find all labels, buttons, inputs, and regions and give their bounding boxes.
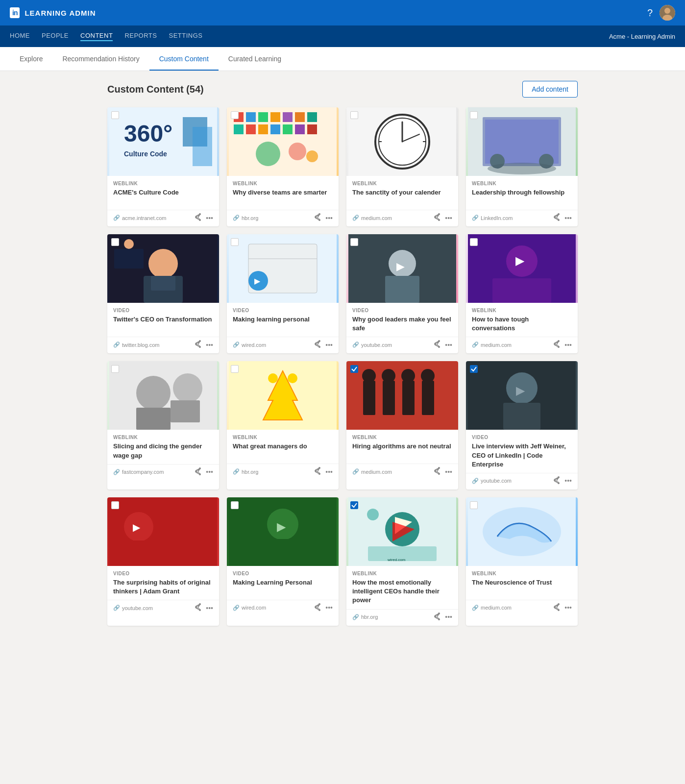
more-icon[interactable]: ••• bbox=[445, 214, 452, 222]
card-body: WEBLINK Leadership through fellowship bbox=[466, 176, 578, 210]
share-icon[interactable] bbox=[194, 340, 202, 349]
link-icon: 🔗 bbox=[352, 342, 359, 348]
card-checkbox[interactable] bbox=[350, 111, 358, 119]
tab-custom-content[interactable]: Custom Content bbox=[149, 47, 219, 71]
card-checkbox[interactable] bbox=[231, 501, 239, 509]
more-icon[interactable]: ••• bbox=[325, 214, 333, 222]
link-icon: 🔗 bbox=[233, 342, 240, 348]
svg-point-145 bbox=[558, 603, 560, 605]
card-checkbox[interactable] bbox=[470, 238, 478, 246]
svg-point-31 bbox=[318, 219, 320, 221]
domain-text: hbr.org bbox=[242, 469, 258, 475]
share-icon[interactable] bbox=[194, 603, 202, 612]
add-content-button[interactable]: Add content bbox=[522, 81, 578, 98]
share-icon[interactable] bbox=[433, 612, 441, 622]
share-icon[interactable] bbox=[553, 603, 561, 612]
link-icon: 🔗 bbox=[233, 215, 240, 221]
more-icon[interactable]: ••• bbox=[564, 477, 572, 485]
card-title: The sanctity of your calender bbox=[352, 188, 452, 206]
share-icon[interactable] bbox=[553, 213, 561, 222]
share-icon[interactable] bbox=[433, 467, 441, 476]
svg-point-96 bbox=[288, 373, 297, 383]
more-icon[interactable]: ••• bbox=[206, 214, 213, 222]
share-icon[interactable] bbox=[314, 603, 321, 612]
domain-text: wired.com bbox=[242, 605, 266, 611]
card-checkbox[interactable] bbox=[231, 238, 239, 246]
svg-point-125 bbox=[199, 609, 201, 611]
tab-curated-learning[interactable]: Curated Learning bbox=[219, 47, 291, 71]
card-body: VIDEO Making Learning Personal bbox=[227, 566, 339, 600]
more-icon[interactable]: ••• bbox=[206, 468, 213, 476]
card-title: Hiring algorithms are not neutral bbox=[352, 442, 452, 460]
share-icon[interactable] bbox=[553, 476, 561, 486]
more-icon[interactable]: ••• bbox=[325, 468, 333, 476]
more-icon[interactable]: ••• bbox=[564, 604, 572, 612]
share-icon[interactable] bbox=[314, 340, 321, 349]
more-icon[interactable]: ••• bbox=[206, 604, 213, 612]
card-actions: ••• bbox=[433, 612, 452, 622]
card-checkbox[interactable] bbox=[111, 365, 119, 373]
card-checkbox[interactable] bbox=[231, 365, 239, 373]
link-icon: 🔗 bbox=[113, 469, 120, 475]
tab-recommendation-history[interactable]: Recommendation History bbox=[52, 47, 149, 71]
card-domain: 🔗 twitter.blog.com bbox=[113, 342, 159, 348]
svg-rect-107 bbox=[422, 381, 434, 415]
more-icon[interactable]: ••• bbox=[445, 613, 452, 621]
card-checkbox[interactable] bbox=[470, 365, 478, 373]
link-icon: 🔗 bbox=[472, 215, 479, 221]
card-title: Making Learning Personal bbox=[233, 578, 333, 596]
nav-content[interactable]: CONTENT bbox=[80, 32, 113, 41]
card-type: VIDEO bbox=[113, 308, 213, 313]
svg-point-70 bbox=[318, 346, 320, 348]
content-card: WEBLINK The Neuroscience of Trust 🔗 medi… bbox=[466, 497, 578, 626]
card-checkbox[interactable] bbox=[350, 238, 358, 246]
card-type: WEBLINK bbox=[352, 571, 452, 576]
avatar[interactable] bbox=[660, 5, 675, 21]
card-checkbox[interactable] bbox=[350, 501, 358, 509]
card-body: WEBLINK Hiring algorithms are not neutra… bbox=[346, 430, 458, 464]
nav-settings[interactable]: SETTINGS bbox=[169, 32, 202, 41]
share-icon[interactable] bbox=[314, 213, 321, 222]
help-icon[interactable]: ? bbox=[647, 7, 653, 19]
svg-point-130 bbox=[318, 603, 320, 605]
domain-text: twitter.blog.com bbox=[122, 342, 159, 348]
svg-rect-23 bbox=[307, 112, 317, 122]
share-icon[interactable] bbox=[433, 213, 441, 222]
card-checkbox[interactable] bbox=[231, 111, 239, 119]
card-thumbnail: wired.com bbox=[346, 497, 458, 566]
share-icon[interactable] bbox=[314, 467, 321, 476]
more-icon[interactable]: ••• bbox=[325, 341, 333, 349]
more-icon[interactable]: ••• bbox=[564, 341, 572, 349]
share-icon[interactable] bbox=[433, 340, 441, 349]
share-icon[interactable] bbox=[194, 213, 202, 222]
card-checkbox[interactable] bbox=[470, 111, 478, 119]
tab-explore[interactable]: Explore bbox=[10, 47, 52, 71]
share-icon[interactable] bbox=[194, 467, 202, 477]
card-checkbox[interactable] bbox=[111, 238, 119, 246]
svg-rect-16 bbox=[283, 112, 293, 122]
card-domain: 🔗 youtube.com bbox=[472, 478, 512, 484]
card-checkbox[interactable] bbox=[470, 501, 478, 509]
card-thumbnail: ▶ bbox=[466, 234, 578, 303]
nav-reports[interactable]: REPORTS bbox=[124, 32, 157, 41]
more-icon[interactable]: ••• bbox=[445, 341, 452, 349]
card-thumbnail bbox=[107, 234, 219, 303]
card-body: VIDEO The surprising habits of original … bbox=[107, 566, 219, 600]
card-title: How the most emotionally intelligent CEO… bbox=[352, 578, 452, 605]
card-domain: 🔗 youtube.com bbox=[113, 605, 153, 611]
link-icon: 🔗 bbox=[472, 478, 479, 484]
card-checkbox[interactable] bbox=[350, 365, 358, 373]
sec-nav-left: HOME PEOPLE CONTENT REPORTS SETTINGS bbox=[10, 32, 203, 41]
more-icon[interactable]: ••• bbox=[325, 604, 333, 612]
svg-point-86 bbox=[136, 376, 171, 410]
nav-home[interactable]: HOME bbox=[10, 32, 30, 41]
share-icon[interactable] bbox=[553, 340, 561, 349]
card-checkbox[interactable] bbox=[111, 111, 119, 119]
card-checkbox[interactable] bbox=[111, 501, 119, 509]
nav-people[interactable]: PEOPLE bbox=[42, 32, 69, 41]
more-icon[interactable]: ••• bbox=[206, 341, 213, 349]
more-icon[interactable]: ••• bbox=[445, 468, 452, 476]
more-icon[interactable]: ••• bbox=[564, 214, 572, 222]
card-actions: ••• bbox=[553, 340, 572, 349]
top-bar-right: ? bbox=[647, 5, 675, 21]
